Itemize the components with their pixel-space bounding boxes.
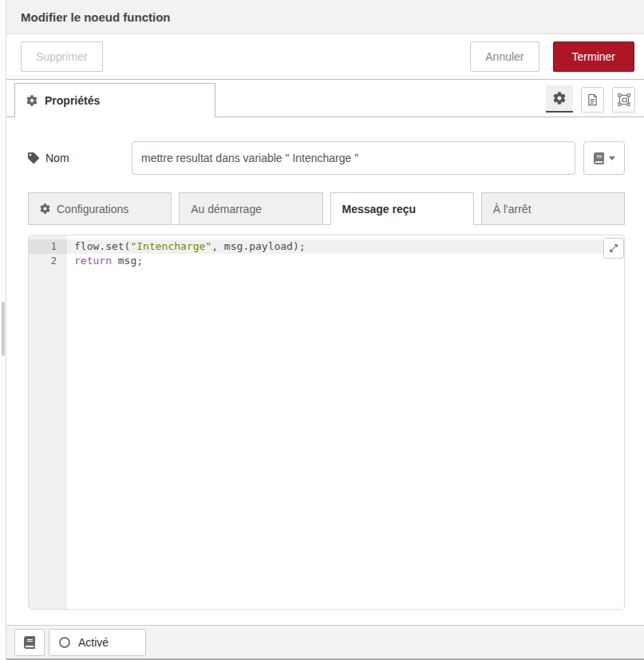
delete-button[interactable]: Supprimer	[21, 41, 103, 72]
name-input[interactable]	[132, 141, 575, 175]
name-row: Nom	[28, 141, 625, 175]
dialog-footer: Activé	[6, 625, 644, 660]
tab-on-stop-label: À l'arrêt	[493, 203, 531, 215]
name-label-text: Nom	[45, 152, 69, 164]
dialog-toolbar: Supprimer Annuler Terminer	[6, 34, 644, 80]
document-icon	[587, 93, 599, 106]
editor-expand-button[interactable]	[603, 238, 624, 259]
enable-toggle-label: Activé	[78, 636, 109, 649]
tab-setup-label: Configurations	[57, 203, 128, 215]
appearance-button[interactable]	[612, 87, 635, 113]
appearance-icon	[618, 93, 630, 106]
line-number: 2	[29, 254, 67, 268]
tab-setup[interactable]: Configurations	[28, 192, 172, 225]
gear-icon	[40, 204, 50, 214]
code-editor[interactable]: 12 flow.set("Intencharge", msg.payload);…	[28, 235, 625, 610]
editor-mode-buttons	[546, 85, 635, 117]
line-number: 1	[29, 239, 67, 254]
tab-properties-label: Propriétés	[45, 94, 100, 107]
cancel-button[interactable]: Annuler	[470, 41, 539, 72]
book-icon	[24, 636, 35, 649]
code-line[interactable]: return msg;	[67, 254, 624, 268]
tab-on-message[interactable]: Message reçu	[330, 192, 474, 225]
tab-on-start-label: Au démarrage	[191, 203, 262, 215]
editor-code[interactable]: flow.set("Intencharge", msg.payload);ret…	[67, 235, 624, 609]
gear-icon	[553, 92, 566, 105]
tag-icon	[28, 152, 39, 164]
gear-icon	[26, 95, 38, 106]
edit-function-dialog: Modifier le noeud function Supprimer Ann…	[6, 0, 644, 660]
properties-form: Nom Configurations Au démarrage Mes	[6, 117, 644, 625]
dialog-title: Modifier le noeud function	[21, 10, 171, 24]
description-button[interactable]	[581, 87, 604, 113]
tab-properties[interactable]: Propriétés	[14, 83, 215, 117]
chevron-down-icon	[609, 156, 615, 164]
dialog-header: Modifier le noeud function	[6, 0, 644, 34]
code-line[interactable]: flow.set("Intencharge", msg.payload);	[67, 239, 603, 254]
docs-button[interactable]	[14, 629, 45, 656]
editor-gutter: 12	[29, 235, 67, 609]
name-options-button[interactable]	[583, 141, 625, 175]
book-icon	[594, 152, 604, 164]
enabled-status-icon	[59, 637, 70, 648]
properties-tab-bar: Propriétés	[6, 80, 644, 117]
tab-on-start[interactable]: Au démarrage	[179, 192, 322, 225]
properties-gear-button[interactable]	[546, 85, 573, 113]
done-button[interactable]: Terminer	[553, 41, 634, 72]
tray-resize-handle[interactable]	[0, 0, 6, 660]
tray-resize-grip[interactable]	[2, 302, 5, 356]
enable-toggle-button[interactable]: Activé	[49, 629, 146, 656]
function-tabs: Configurations Au démarrage Message reçu…	[28, 192, 625, 225]
tab-on-stop[interactable]: À l'arrêt	[481, 192, 625, 225]
name-label: Nom	[28, 152, 132, 164]
expand-icon	[609, 243, 618, 253]
tab-on-message-label: Message reçu	[342, 203, 417, 215]
